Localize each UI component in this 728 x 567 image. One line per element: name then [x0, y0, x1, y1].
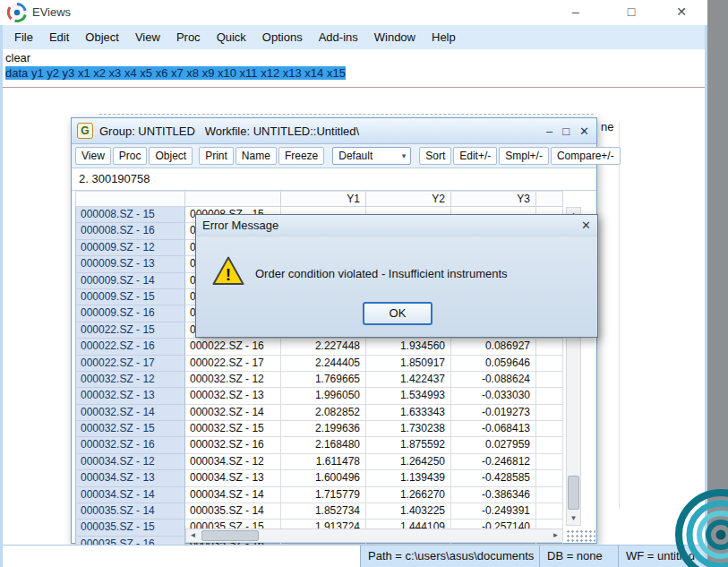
column-header-y2[interactable]: Y2 [366, 191, 451, 207]
data-cell[interactable] [536, 454, 563, 470]
data-cell[interactable]: 2.199636 [281, 421, 366, 437]
obs-label-cell[interactable]: 000032.SZ - 14 [75, 405, 185, 421]
data-cell[interactable] [536, 470, 563, 486]
smpl-button[interactable]: Smpl+/- [499, 147, 549, 165]
data-cell[interactable]: 1.611478 [281, 454, 366, 470]
data-cell[interactable]: 000034.SZ - 12 [185, 454, 281, 470]
data-cell[interactable] [536, 388, 563, 404]
obs-label-cell[interactable]: 000034.SZ - 12 [75, 454, 185, 470]
data-cell[interactable]: 000032.SZ - 15 [185, 421, 281, 437]
menu-proc[interactable]: Proc [168, 27, 209, 47]
menu-help[interactable]: Help [424, 27, 464, 47]
scroll-right-icon[interactable]: ► [549, 529, 562, 542]
data-cell[interactable]: -0.386346 [451, 487, 536, 503]
data-cell[interactable]: 1.875592 [366, 437, 451, 453]
data-cell[interactable]: 1.600496 [281, 470, 366, 486]
data-cell[interactable]: 0.086927 [451, 339, 536, 355]
scroll-left-icon[interactable]: ◄ [186, 529, 200, 542]
command-window[interactable]: clear data y1 y2 y3 x1 x2 x3 x4 x5 x6 x7… [3, 49, 705, 87]
group-title-bar[interactable]: G Group: UNTITLED Workfile: UNTITLED::Un… [72, 118, 596, 144]
obs-label-cell[interactable]: 000032.SZ - 15 [75, 421, 185, 437]
data-cell[interactable]: -0.428585 [451, 470, 536, 486]
column-header-blank[interactable] [536, 191, 563, 207]
data-cell[interactable]: 1.996050 [281, 388, 366, 404]
obs-label-cell[interactable]: 000009.SZ - 15 [75, 289, 185, 305]
obs-label-cell[interactable]: 000009.SZ - 16 [75, 305, 185, 322]
data-cell[interactable]: -0.033030 [451, 388, 536, 404]
default-dropdown[interactable]: Default ▾ [332, 147, 411, 165]
data-cell[interactable]: 2.227448 [281, 339, 366, 355]
data-cell[interactable] [536, 356, 563, 372]
data-cell[interactable]: 1.934560 [366, 339, 451, 355]
command-line[interactable]: clear [5, 50, 705, 65]
data-cell[interactable]: 1.633343 [366, 405, 451, 421]
data-cell[interactable]: 1.422437 [366, 372, 451, 388]
data-cell[interactable]: 1.403225 [366, 503, 451, 520]
data-cell[interactable]: -0.088624 [451, 372, 536, 388]
obs-label-cell[interactable]: 000035.SZ - 16 [75, 537, 185, 545]
menu-quick[interactable]: Quick [209, 27, 254, 47]
data-cell[interactable]: 1.139439 [366, 470, 451, 486]
sort-button[interactable]: Sort [419, 147, 451, 165]
data-cell[interactable]: 000032.SZ - 14 [185, 405, 281, 421]
column-header-blank[interactable] [185, 191, 281, 207]
obs-label-cell[interactable]: 000035.SZ - 14 [75, 503, 185, 520]
obs-label-cell[interactable]: 000009.SZ - 14 [75, 273, 185, 289]
object-button[interactable]: Object [149, 147, 193, 165]
data-cell[interactable]: 1.715779 [281, 487, 366, 503]
data-cell[interactable]: -0.019273 [451, 405, 536, 421]
data-cell[interactable]: 1.264250 [366, 454, 451, 470]
data-cell[interactable]: 0.059646 [451, 356, 536, 372]
name-button[interactable]: Name [236, 147, 277, 165]
vertical-scroll-thumb[interactable] [568, 476, 579, 510]
data-cell[interactable] [536, 487, 563, 503]
obs-label-cell[interactable]: 000022.SZ - 15 [75, 322, 185, 339]
data-cell[interactable]: 000032.SZ - 13 [185, 388, 281, 404]
dialog-close-icon[interactable]: ✕ [581, 219, 591, 232]
group-close-icon[interactable]: ✕ [579, 125, 589, 138]
ok-button[interactable]: OK [363, 302, 433, 325]
dialog-title-bar[interactable]: Error Message ✕ [196, 215, 597, 236]
menu-object[interactable]: Object [77, 27, 127, 47]
compare-button[interactable]: Compare+/- [551, 147, 621, 165]
scroll-down-icon[interactable]: ▼ [567, 511, 580, 525]
group-minimize-icon[interactable]: – [546, 125, 552, 138]
obs-label-cell[interactable]: 000008.SZ - 15 [75, 207, 185, 223]
horizontal-scroll-thumb[interactable] [201, 530, 259, 541]
close-icon[interactable]: ✕ [670, 4, 693, 19]
resize-grip[interactable] [566, 529, 595, 543]
data-cell[interactable] [536, 503, 563, 520]
obs-label-cell[interactable]: 000022.SZ - 17 [75, 356, 185, 372]
data-cell[interactable]: 0.027959 [451, 437, 536, 453]
data-cell[interactable]: -0.068413 [451, 421, 536, 437]
print-button[interactable]: Print [199, 147, 234, 165]
obs-label-cell[interactable]: 000022.SZ - 16 [75, 339, 185, 355]
command-line-selected[interactable]: data y1 y2 y3 x1 x2 x3 x4 x5 x6 x7 x8 x9… [5, 65, 705, 82]
data-cell[interactable]: 1.730238 [366, 421, 451, 437]
freeze-button[interactable]: Freeze [278, 147, 324, 165]
menu-file[interactable]: File [6, 27, 41, 47]
menu-edit[interactable]: Edit [41, 27, 77, 47]
obs-label-cell[interactable]: 000032.SZ - 16 [75, 437, 185, 453]
data-cell[interactable]: 1.534993 [366, 388, 451, 404]
data-cell[interactable]: 000032.SZ - 12 [185, 372, 281, 388]
data-cell[interactable] [536, 437, 563, 453]
data-cell[interactable]: -0.246812 [451, 454, 536, 470]
obs-label-cell[interactable]: 000032.SZ - 13 [75, 388, 185, 404]
data-cell[interactable]: 1.850917 [366, 356, 451, 372]
data-cell[interactable] [536, 421, 563, 437]
column-header-y3[interactable]: Y3 [451, 191, 536, 207]
data-cell[interactable] [536, 339, 563, 355]
data-cell[interactable]: 000034.SZ - 13 [185, 470, 281, 486]
group-restore-icon[interactable]: □ [562, 125, 570, 138]
data-cell[interactable]: 000022.SZ - 17 [185, 356, 281, 372]
proc-button[interactable]: Proc [113, 147, 148, 165]
menu-options[interactable]: Options [254, 27, 311, 47]
obs-label-cell[interactable]: 000009.SZ - 13 [75, 256, 185, 272]
data-cell[interactable]: -0.249391 [451, 503, 536, 520]
selected-command-text[interactable]: data y1 y2 y3 x1 x2 x3 x4 x5 x6 x7 x8 x9… [5, 66, 346, 80]
data-cell[interactable]: 1.769665 [281, 372, 366, 388]
maximize-icon[interactable]: □ [620, 4, 643, 19]
obs-label-cell[interactable]: 000035.SZ - 15 [75, 520, 185, 536]
data-cell[interactable]: 000035.SZ - 14 [185, 503, 281, 520]
